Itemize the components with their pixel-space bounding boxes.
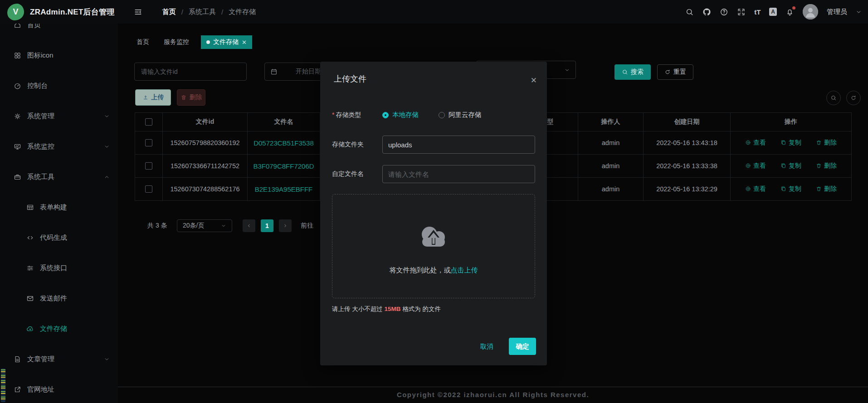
- cell-file-name-link[interactable]: D05723CB51F3538: [248, 131, 320, 155]
- delete-link[interactable]: 删除: [816, 162, 837, 170]
- search-icon: [830, 95, 837, 101]
- required-asterisk: *: [332, 111, 334, 118]
- eye-icon: [745, 163, 751, 169]
- sidebar-item-label: 首页: [27, 24, 41, 29]
- sidebar-item-label: 系统监控: [27, 142, 54, 151]
- sidebar-item-file-storage[interactable]: 文件存储: [0, 314, 118, 344]
- select-all-checkbox[interactable]: [145, 118, 152, 126]
- delete-link[interactable]: 删除: [816, 185, 837, 193]
- sidebar-collapse-icon[interactable]: [134, 8, 142, 16]
- tip-prefix: 请上传 大小不超过: [332, 306, 385, 312]
- next-page-button[interactable]: [279, 219, 292, 232]
- sidebar-item-system-api[interactable]: 系统接口: [0, 253, 118, 283]
- click-upload-link[interactable]: 点击上传: [451, 266, 478, 274]
- user-name[interactable]: 管理员: [827, 8, 847, 16]
- delete-button[interactable]: 删除: [177, 89, 205, 106]
- radio-aliyun-storage[interactable]: 阿里云存储: [439, 111, 482, 119]
- cancel-button[interactable]: 取消: [480, 342, 493, 351]
- copy-link[interactable]: 复制: [780, 139, 801, 147]
- cloud-upload-icon: [417, 223, 450, 249]
- chevron-left-icon: [246, 223, 252, 228]
- goto-label: 前往: [301, 219, 313, 232]
- sidebar-item-icons[interactable]: 图标icon: [0, 40, 118, 71]
- cell-file-name-link[interactable]: B3F079C8FF7206D: [248, 155, 320, 178]
- search-icon[interactable]: [685, 8, 694, 16]
- sidebar: 首页 图标icon 控制台 系统管理 系统监控 系统工具 表单构建: [0, 24, 118, 403]
- sidebar-item-official-site[interactable]: 官网地址: [0, 374, 118, 403]
- sidebar-item-system-tools[interactable]: 系统工具: [0, 162, 118, 192]
- translate-icon[interactable]: A: [769, 8, 777, 16]
- storage-type-radio-group: 本地存储 阿里云存储: [382, 111, 482, 119]
- cell-file-name-link[interactable]: B2E139A95EBFFF: [248, 178, 320, 201]
- cloud-upload-icon: [26, 325, 34, 333]
- avatar[interactable]: [803, 4, 818, 19]
- copyright-text: Copyright ©2022 izhaorui.cn All Rights R…: [118, 391, 868, 398]
- notifications-bell-icon[interactable]: [785, 8, 794, 16]
- trash-icon: [816, 163, 822, 169]
- cell-operator: admin: [578, 178, 644, 201]
- github-icon[interactable]: [702, 8, 711, 16]
- search-icon: [622, 69, 628, 75]
- tab-file-storage[interactable]: 文件存储 ✕: [201, 35, 252, 49]
- prev-page-button[interactable]: [243, 219, 255, 232]
- radio-label: 本地存储: [392, 111, 419, 119]
- sidebar-item-label: 表单构建: [40, 203, 67, 212]
- left-edge-widget: [1, 369, 5, 402]
- reset-button[interactable]: 重置: [657, 64, 693, 80]
- row-checkbox[interactable]: [145, 139, 152, 146]
- radio-unselected-icon: [439, 112, 445, 118]
- page-size-select[interactable]: 20条/页: [177, 219, 232, 232]
- sidebar-item-home[interactable]: 首页: [0, 24, 118, 40]
- filename-label: 自定文件名: [332, 170, 382, 178]
- chevron-down-icon: [564, 67, 570, 73]
- page-number-1[interactable]: 1: [261, 219, 273, 232]
- sidebar-item-code-generator[interactable]: 代码生成: [0, 223, 118, 253]
- storage-type-label: *存储类型: [332, 111, 382, 119]
- font-size-icon[interactable]: tT: [754, 8, 761, 16]
- folder-row: 存储文件夹: [332, 136, 535, 154]
- folder-input[interactable]: [382, 136, 535, 154]
- confirm-button[interactable]: 确定: [509, 338, 536, 355]
- view-link[interactable]: 查看: [745, 162, 766, 170]
- filename-input[interactable]: [382, 165, 535, 183]
- file-id-input[interactable]: [134, 63, 247, 81]
- view-link[interactable]: 查看: [745, 185, 766, 193]
- copy-label: 复制: [789, 185, 801, 193]
- sidebar-item-form-builder[interactable]: 表单构建: [0, 192, 118, 223]
- row-checkbox[interactable]: [145, 185, 152, 193]
- upload-dropzone[interactable]: 将文件拖到此处，或点击上传: [332, 194, 535, 298]
- sidebar-item-send-mail[interactable]: 发送邮件: [0, 283, 118, 314]
- table-search-toggle-button[interactable]: [826, 91, 841, 105]
- search-button[interactable]: 搜索: [614, 64, 651, 80]
- upload-button[interactable]: 上传: [135, 89, 171, 106]
- table-refresh-button[interactable]: [846, 91, 861, 105]
- row-checkbox[interactable]: [145, 162, 152, 170]
- breadcrumb-separator: /: [221, 8, 223, 16]
- radio-local-storage[interactable]: 本地存储: [382, 111, 419, 119]
- storage-type-label-text: 存储类型: [336, 111, 361, 118]
- sidebar-item-label: 控制台: [27, 82, 48, 90]
- tab-home[interactable]: 首页: [134, 38, 152, 46]
- breadcrumb-home[interactable]: 首页: [162, 8, 176, 16]
- sidebar-item-system-management[interactable]: 系统管理: [0, 101, 118, 131]
- filename-row: 自定文件名: [332, 165, 535, 183]
- copy-link[interactable]: 复制: [780, 162, 801, 170]
- gear-icon: [14, 112, 21, 120]
- tab-close-icon[interactable]: ✕: [242, 39, 247, 46]
- copy-link[interactable]: 复制: [780, 185, 801, 193]
- col-header-operator: 操作人: [578, 113, 644, 131]
- view-label: 查看: [753, 162, 766, 170]
- view-link[interactable]: 查看: [745, 139, 766, 147]
- user-menu-chevron-down-icon[interactable]: [856, 9, 862, 15]
- sidebar-item-article-management[interactable]: 文章管理: [0, 344, 118, 374]
- footer-divider: [118, 387, 868, 387]
- sidebar-item-console[interactable]: 控制台: [0, 71, 118, 101]
- help-icon[interactable]: [720, 8, 728, 16]
- top-bar: V ZRAdmin.NET后台管理 首页 / 系统工具 / 文件存储 tT A: [0, 0, 868, 24]
- sidebar-item-system-monitor[interactable]: 系统监控: [0, 131, 118, 162]
- tab-service-monitor[interactable]: 服务监控: [161, 38, 192, 46]
- sidebar-item-label: 系统工具: [27, 173, 54, 181]
- dialog-close-icon[interactable]: ✕: [531, 76, 537, 85]
- delete-link[interactable]: 删除: [816, 139, 837, 147]
- fullscreen-icon[interactable]: [737, 8, 746, 16]
